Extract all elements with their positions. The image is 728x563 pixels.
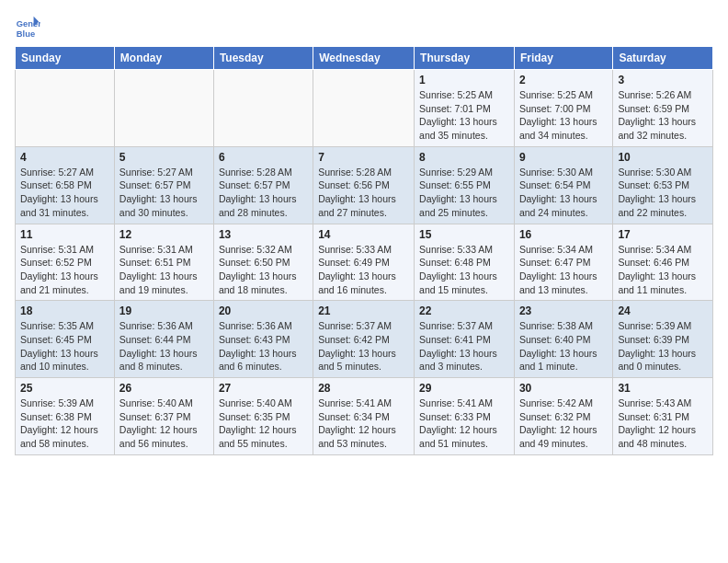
- calendar-cell: 21Sunrise: 5:37 AM Sunset: 6:42 PM Dayli…: [313, 301, 415, 378]
- calendar-cell: [213, 70, 313, 147]
- calendar-cell: 8Sunrise: 5:29 AM Sunset: 6:55 PM Daylig…: [415, 146, 515, 224]
- day-number: 14: [318, 228, 409, 241]
- day-number: 26: [119, 382, 209, 395]
- calendar-cell: 31Sunrise: 5:43 AM Sunset: 6:31 PM Dayli…: [613, 378, 713, 455]
- calendar-cell: [114, 70, 213, 147]
- calendar-cell: 16Sunrise: 5:34 AM Sunset: 6:47 PM Dayli…: [514, 224, 612, 301]
- calendar-cell: 19Sunrise: 5:36 AM Sunset: 6:44 PM Dayli…: [114, 301, 213, 378]
- day-info: Sunrise: 5:29 AM Sunset: 6:55 PM Dayligh…: [419, 166, 509, 220]
- day-info: Sunrise: 5:40 AM Sunset: 6:37 PM Dayligh…: [119, 396, 209, 451]
- day-info: Sunrise: 5:28 AM Sunset: 6:57 PM Dayligh…: [219, 166, 308, 220]
- calendar-cell: 9Sunrise: 5:30 AM Sunset: 6:54 PM Daylig…: [514, 146, 612, 224]
- day-info: Sunrise: 5:36 AM Sunset: 6:43 PM Dayligh…: [219, 319, 308, 373]
- day-number: 17: [618, 228, 708, 241]
- day-number: 8: [419, 151, 509, 164]
- day-info: Sunrise: 5:31 AM Sunset: 6:52 PM Dayligh…: [20, 243, 109, 297]
- day-number: 1: [419, 74, 509, 86]
- day-info: Sunrise: 5:42 AM Sunset: 6:32 PM Dayligh…: [519, 396, 608, 451]
- day-info: Sunrise: 5:34 AM Sunset: 6:47 PM Dayligh…: [519, 243, 608, 297]
- calendar-cell: 26Sunrise: 5:40 AM Sunset: 6:37 PM Dayli…: [114, 378, 213, 455]
- logo: General Blue: [15, 15, 44, 40]
- calendar-cell: 28Sunrise: 5:41 AM Sunset: 6:34 PM Dayli…: [313, 378, 415, 455]
- calendar-cell: 3Sunrise: 5:26 AM Sunset: 6:59 PM Daylig…: [613, 70, 713, 147]
- logo-icon: General Blue: [15, 15, 40, 40]
- day-info: Sunrise: 5:27 AM Sunset: 6:58 PM Dayligh…: [20, 166, 109, 220]
- day-info: Sunrise: 5:26 AM Sunset: 6:59 PM Dayligh…: [618, 88, 708, 143]
- day-number: 23: [519, 304, 608, 317]
- day-info: Sunrise: 5:38 AM Sunset: 6:40 PM Dayligh…: [519, 319, 608, 373]
- calendar-cell: 14Sunrise: 5:33 AM Sunset: 6:49 PM Dayli…: [313, 224, 415, 301]
- calendar-cell: 4Sunrise: 5:27 AM Sunset: 6:58 PM Daylig…: [16, 146, 115, 224]
- day-number: 5: [119, 151, 209, 164]
- day-number: 6: [219, 151, 308, 164]
- day-info: Sunrise: 5:30 AM Sunset: 6:54 PM Dayligh…: [519, 166, 608, 220]
- weekday-header-sunday: Sunday: [16, 47, 115, 70]
- day-info: Sunrise: 5:27 AM Sunset: 6:57 PM Dayligh…: [119, 166, 209, 220]
- calendar-table: SundayMondayTuesdayWednesdayThursdayFrid…: [15, 46, 713, 455]
- day-info: Sunrise: 5:37 AM Sunset: 6:42 PM Dayligh…: [318, 319, 409, 373]
- calendar-cell: 13Sunrise: 5:32 AM Sunset: 6:50 PM Dayli…: [213, 224, 313, 301]
- day-info: Sunrise: 5:37 AM Sunset: 6:41 PM Dayligh…: [419, 319, 509, 373]
- calendar-cell: 11Sunrise: 5:31 AM Sunset: 6:52 PM Dayli…: [16, 224, 115, 301]
- day-info: Sunrise: 5:32 AM Sunset: 6:50 PM Dayligh…: [219, 243, 308, 297]
- day-number: 25: [20, 382, 109, 395]
- day-number: 2: [519, 74, 608, 86]
- day-number: 31: [618, 382, 708, 395]
- day-number: 27: [219, 382, 308, 395]
- day-info: Sunrise: 5:43 AM Sunset: 6:31 PM Dayligh…: [618, 396, 708, 451]
- calendar-cell: 17Sunrise: 5:34 AM Sunset: 6:46 PM Dayli…: [613, 224, 713, 301]
- day-number: 9: [519, 151, 608, 164]
- day-number: 11: [20, 228, 109, 241]
- calendar-cell: 23Sunrise: 5:38 AM Sunset: 6:40 PM Dayli…: [514, 301, 612, 378]
- day-info: Sunrise: 5:25 AM Sunset: 7:00 PM Dayligh…: [519, 88, 608, 143]
- day-info: Sunrise: 5:39 AM Sunset: 6:39 PM Dayligh…: [618, 319, 708, 373]
- day-info: Sunrise: 5:33 AM Sunset: 6:48 PM Dayligh…: [419, 243, 509, 297]
- day-info: Sunrise: 5:36 AM Sunset: 6:44 PM Dayligh…: [119, 319, 209, 373]
- calendar-cell: 1Sunrise: 5:25 AM Sunset: 7:01 PM Daylig…: [415, 70, 515, 147]
- day-number: 21: [318, 304, 409, 317]
- day-number: 16: [519, 228, 608, 241]
- day-info: Sunrise: 5:40 AM Sunset: 6:35 PM Dayligh…: [219, 396, 308, 451]
- day-number: 4: [20, 151, 109, 164]
- day-info: Sunrise: 5:41 AM Sunset: 6:34 PM Dayligh…: [318, 396, 409, 451]
- day-number: 13: [219, 228, 308, 241]
- weekday-header-wednesday: Wednesday: [313, 47, 415, 70]
- day-number: 15: [419, 228, 509, 241]
- calendar-cell: 7Sunrise: 5:28 AM Sunset: 6:56 PM Daylig…: [313, 146, 415, 224]
- calendar-cell: 15Sunrise: 5:33 AM Sunset: 6:48 PM Dayli…: [415, 224, 515, 301]
- day-number: 18: [20, 304, 109, 317]
- weekday-header-monday: Monday: [114, 47, 213, 70]
- calendar-cell: 27Sunrise: 5:40 AM Sunset: 6:35 PM Dayli…: [213, 378, 313, 455]
- calendar-cell: 5Sunrise: 5:27 AM Sunset: 6:57 PM Daylig…: [114, 146, 213, 224]
- calendar-cell: 10Sunrise: 5:30 AM Sunset: 6:53 PM Dayli…: [613, 146, 713, 224]
- calendar-cell: 22Sunrise: 5:37 AM Sunset: 6:41 PM Dayli…: [415, 301, 515, 378]
- day-info: Sunrise: 5:35 AM Sunset: 6:45 PM Dayligh…: [20, 319, 109, 373]
- day-number: 22: [419, 304, 509, 317]
- day-number: 7: [318, 151, 409, 164]
- calendar-cell: 2Sunrise: 5:25 AM Sunset: 7:00 PM Daylig…: [514, 70, 612, 147]
- calendar-cell: 20Sunrise: 5:36 AM Sunset: 6:43 PM Dayli…: [213, 301, 313, 378]
- day-number: 24: [618, 304, 708, 317]
- calendar-cell: 25Sunrise: 5:39 AM Sunset: 6:38 PM Dayli…: [16, 378, 115, 455]
- weekday-header-saturday: Saturday: [613, 47, 713, 70]
- day-number: 28: [318, 382, 409, 395]
- day-number: 10: [618, 151, 708, 164]
- day-number: 12: [119, 228, 209, 241]
- day-info: Sunrise: 5:31 AM Sunset: 6:51 PM Dayligh…: [119, 243, 209, 297]
- weekday-header-tuesday: Tuesday: [213, 47, 313, 70]
- day-info: Sunrise: 5:25 AM Sunset: 7:01 PM Dayligh…: [419, 88, 509, 143]
- calendar-cell: 12Sunrise: 5:31 AM Sunset: 6:51 PM Dayli…: [114, 224, 213, 301]
- calendar-cell: 30Sunrise: 5:42 AM Sunset: 6:32 PM Dayli…: [514, 378, 612, 455]
- calendar-cell: 24Sunrise: 5:39 AM Sunset: 6:39 PM Dayli…: [613, 301, 713, 378]
- day-number: 29: [419, 382, 509, 395]
- day-number: 20: [219, 304, 308, 317]
- day-number: 19: [119, 304, 209, 317]
- day-info: Sunrise: 5:28 AM Sunset: 6:56 PM Dayligh…: [318, 166, 409, 220]
- calendar-cell: 6Sunrise: 5:28 AM Sunset: 6:57 PM Daylig…: [213, 146, 313, 224]
- calendar-cell: 29Sunrise: 5:41 AM Sunset: 6:33 PM Dayli…: [415, 378, 515, 455]
- day-info: Sunrise: 5:34 AM Sunset: 6:46 PM Dayligh…: [618, 243, 708, 297]
- header: General Blue: [15, 15, 713, 40]
- weekday-header-friday: Friday: [514, 47, 612, 70]
- calendar-cell: 18Sunrise: 5:35 AM Sunset: 6:45 PM Dayli…: [16, 301, 115, 378]
- day-info: Sunrise: 5:41 AM Sunset: 6:33 PM Dayligh…: [419, 396, 509, 451]
